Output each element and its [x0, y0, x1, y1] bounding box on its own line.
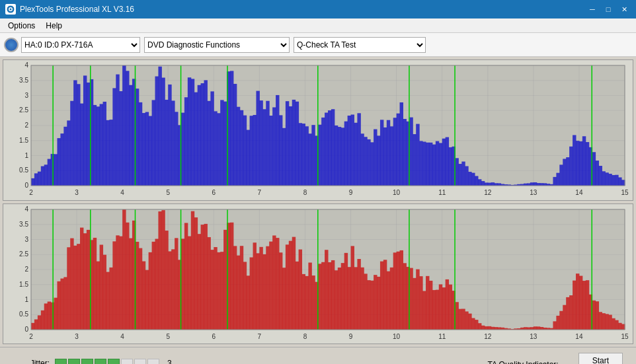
title-text: PlexTools Professional XL V3.16: [20, 5, 134, 14]
metrics-section: Jitter: 3 Peak Shift: 3: [7, 359, 468, 365]
title-bar: PlexTools Professional XL V3.16 ─ □ ✕: [0, 0, 636, 18]
ta-quality-section: TA Quality Indicator: Good: [488, 360, 559, 365]
jitter-label: Jitter:: [7, 359, 50, 365]
progress-segment: [95, 359, 106, 365]
title-left: PlexTools Professional XL V3.16: [5, 4, 134, 15]
progress-segment: [134, 359, 146, 365]
progress-segment: [55, 359, 67, 365]
progress-segment: [68, 359, 80, 365]
app-icon: [5, 4, 16, 15]
toolbar: HA:0 ID:0 PX-716A DVD Diagnostic Functio…: [0, 33, 636, 57]
jitter-row: Jitter: 3: [7, 359, 468, 365]
function-select[interactable]: DVD Diagnostic Functions: [144, 37, 290, 53]
close-button[interactable]: ✕: [617, 4, 631, 15]
menu-bar: Options Help: [0, 18, 636, 33]
top-chart-canvas: [3, 60, 633, 200]
progress-segment: [121, 359, 133, 365]
top-chart: [3, 59, 633, 201]
bottom-chart: [3, 203, 633, 345]
menu-options[interactable]: Options: [3, 20, 40, 32]
progress-segment: [147, 359, 159, 365]
drive-selector: HA:0 ID:0 PX-716A: [4, 37, 140, 53]
drive-select[interactable]: HA:0 ID:0 PX-716A: [21, 37, 140, 53]
svg-point-2: [10, 9, 12, 11]
progress-segment: [81, 359, 93, 365]
progress-segment: [108, 359, 120, 365]
drive-icon: [4, 38, 19, 52]
ta-quality-label: TA Quality Indicator:: [488, 360, 559, 365]
minimize-button[interactable]: ─: [586, 4, 599, 15]
jitter-value: 3: [167, 359, 172, 365]
menu-help[interactable]: Help: [40, 20, 67, 32]
jitter-bar: [55, 359, 159, 365]
start-button[interactable]: Start: [578, 353, 623, 365]
main-content: [0, 57, 636, 347]
bottom-right: Start i: [578, 353, 629, 365]
bottom-chart-canvas: [3, 204, 633, 344]
test-select[interactable]: Q-Check TA Test: [294, 37, 426, 53]
maximize-button[interactable]: □: [602, 4, 615, 15]
window-controls: ─ □ ✕: [586, 4, 631, 15]
bottom-panel: Jitter: 3 Peak Shift: 3 TA Quality Indic…: [0, 347, 636, 364]
